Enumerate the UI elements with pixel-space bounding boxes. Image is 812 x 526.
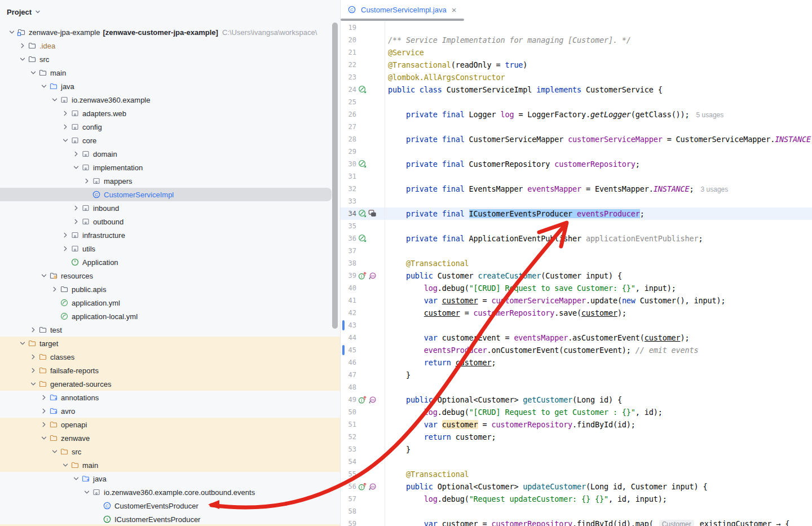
chevron-right-icon[interactable] bbox=[39, 419, 49, 430]
code-line-44[interactable]: var customerEvent = eventsMapper.asCusto… bbox=[388, 331, 812, 344]
code-line-38[interactable]: @Transactional bbox=[388, 257, 812, 269]
tree-item-domain[interactable]: domain bbox=[0, 147, 340, 161]
tree-item-application-local-yml[interactable]: application-local.yml bbox=[0, 310, 340, 323]
code-line-45[interactable]: eventsProducer.onCustomerEvent(customerE… bbox=[388, 344, 812, 356]
tree-item-io-zenwave360-example-core-outbound-events[interactable]: io.zenwave360.example.core.outbound.even… bbox=[0, 485, 340, 499]
line-number[interactable]: 47 bbox=[341, 369, 356, 381]
line-number[interactable]: 24 bbox=[341, 83, 356, 96]
project-panel-header[interactable]: Project bbox=[7, 6, 41, 18]
chevron-down-icon[interactable] bbox=[60, 135, 70, 145]
code-line-21[interactable]: @Service bbox=[388, 46, 812, 59]
chevron-right-icon[interactable] bbox=[71, 149, 81, 159]
code-line-20[interactable]: /** Service Implementation for managing … bbox=[388, 34, 812, 46]
close-icon[interactable]: × bbox=[452, 6, 457, 14]
chevron-down-icon[interactable] bbox=[39, 271, 49, 281]
line-number[interactable]: 58 bbox=[341, 505, 356, 518]
tree-item-generated-sources[interactable]: generated-sources bbox=[0, 377, 340, 391]
line-number[interactable]: 35 bbox=[341, 220, 356, 232]
tree-item-zenwave-jpa-example[interactable]: zenwave-jpa-example[zenwave-customer-jpa… bbox=[0, 25, 340, 39]
impl-gutter-icon[interactable]: I bbox=[358, 482, 367, 490]
bean-gutter-icon[interactable] bbox=[358, 85, 367, 94]
code-line-27[interactable] bbox=[388, 121, 812, 133]
line-number[interactable]: 42 bbox=[341, 307, 356, 319]
code-line-28[interactable]: private final CustomerServiceMapper cust… bbox=[388, 133, 812, 145]
line-number[interactable]: 31 bbox=[341, 170, 356, 183]
chevron-down-icon[interactable] bbox=[39, 433, 49, 443]
line-number[interactable]: 37 bbox=[341, 245, 356, 257]
chevron-down-icon[interactable] bbox=[28, 68, 38, 78]
tree-item-target[interactable]: target bbox=[0, 337, 340, 350]
code-line-31[interactable] bbox=[388, 170, 812, 183]
line-number[interactable]: 19 bbox=[341, 21, 356, 34]
tree-scrollbar[interactable] bbox=[332, 23, 338, 329]
chevron-right-icon[interactable] bbox=[82, 176, 92, 186]
code-line-39[interactable]: public Customer createCustomer(Customer … bbox=[388, 269, 812, 282]
code-line-30[interactable]: private final CustomerRepository custome… bbox=[388, 158, 812, 170]
aop-gutter-icon[interactable]: m bbox=[368, 395, 377, 404]
tree-item-customerserviceimpl[interactable]: CCustomerServiceImpl bbox=[0, 188, 340, 201]
chevron-down-icon[interactable] bbox=[39, 81, 49, 91]
chevron-down-icon[interactable] bbox=[71, 474, 81, 484]
line-number[interactable]: 44 bbox=[341, 331, 356, 344]
line-number[interactable]: 28 bbox=[341, 133, 356, 145]
chevron-down-icon[interactable] bbox=[82, 487, 92, 497]
line-number[interactable]: 52 bbox=[341, 431, 356, 443]
tree-item-java[interactable]: java bbox=[0, 79, 340, 93]
line-number[interactable]: 54 bbox=[341, 456, 356, 468]
line-number[interactable]: 27 bbox=[341, 121, 356, 133]
impl-gutter-icon[interactable]: I bbox=[358, 271, 367, 280]
line-number[interactable]: 34 bbox=[341, 207, 356, 220]
tree-item-inbound[interactable]: inbound bbox=[0, 201, 340, 215]
tree-item-openapi[interactable]: openapi bbox=[0, 418, 340, 431]
tree-item-src[interactable]: src bbox=[0, 52, 340, 66]
code-line-54[interactable] bbox=[388, 456, 812, 468]
line-number[interactable]: 40 bbox=[341, 282, 356, 294]
code-line-26[interactable]: private final Logger log = LoggerFactory… bbox=[388, 108, 812, 121]
code-line-41[interactable]: var customer = customerServiceMapper.upd… bbox=[388, 294, 812, 307]
tree-item-customereventsproducer[interactable]: CCustomerEventsProducer bbox=[0, 499, 340, 512]
line-number[interactable]: 36 bbox=[341, 232, 356, 245]
tree-item-idea[interactable]: .idea bbox=[0, 39, 340, 52]
code-line-35[interactable] bbox=[388, 220, 812, 232]
line-number[interactable]: 49 bbox=[341, 394, 356, 406]
tree-item-application-yml[interactable]: application.yml bbox=[0, 296, 340, 310]
chevron-down-icon[interactable] bbox=[50, 95, 60, 105]
code-line-57[interactable]: log.debug("Request updateCustomer: {} {}… bbox=[388, 493, 812, 505]
line-number[interactable]: 43 bbox=[341, 319, 356, 331]
chevron-down-icon[interactable] bbox=[60, 460, 70, 470]
bean-gutter-icon[interactable] bbox=[358, 209, 367, 218]
tree-item-annotations[interactable]: *annotations bbox=[0, 391, 340, 404]
tree-item-infrastructure[interactable]: infrastructure bbox=[0, 228, 340, 242]
code-line-32[interactable]: private final EventsMapper eventsMapper … bbox=[388, 183, 812, 195]
chevron-down-icon[interactable] bbox=[71, 162, 81, 173]
line-number[interactable]: 45 bbox=[341, 344, 356, 356]
tree-item-zenwave[interactable]: zenwave bbox=[0, 431, 340, 445]
line-number[interactable]: 51 bbox=[341, 418, 356, 431]
chevron-down-icon[interactable] bbox=[17, 54, 28, 64]
code-line-49[interactable]: public Optional<Customer> getCustomer(Lo… bbox=[388, 394, 812, 406]
tree-item-java[interactable]: *java bbox=[0, 472, 340, 485]
chevron-down-icon[interactable] bbox=[34, 8, 41, 15]
chevron-right-icon[interactable] bbox=[60, 244, 70, 254]
code-line-43[interactable] bbox=[388, 319, 812, 331]
tree-item-outbound[interactable]: outbound bbox=[0, 215, 340, 228]
line-number[interactable]: 59 bbox=[341, 518, 356, 526]
chevron-right-icon[interactable] bbox=[60, 230, 70, 240]
line-number[interactable]: 26 bbox=[341, 108, 356, 121]
impl-gutter-icon[interactable]: I bbox=[358, 395, 367, 404]
code-line-50[interactable]: log.debug("[CRUD] Request to get Custome… bbox=[388, 406, 812, 418]
tree-item-src[interactable]: src bbox=[0, 445, 340, 458]
line-number[interactable]: 56 bbox=[341, 480, 356, 493]
chevron-right-icon[interactable] bbox=[39, 392, 49, 403]
code-line-33[interactable] bbox=[388, 195, 812, 207]
line-number[interactable]: 50 bbox=[341, 406, 356, 418]
code-line-48[interactable] bbox=[388, 381, 812, 394]
line-number[interactable]: 57 bbox=[341, 493, 356, 505]
line-number[interactable]: 32 bbox=[341, 183, 356, 195]
code-line-53[interactable]: } bbox=[388, 443, 812, 456]
chevron-right-icon[interactable] bbox=[28, 352, 38, 362]
line-number[interactable]: 25 bbox=[341, 96, 356, 108]
line-number[interactable]: 29 bbox=[341, 145, 356, 158]
code-line-47[interactable]: } bbox=[388, 369, 812, 381]
tree-item-implementation[interactable]: implementation bbox=[0, 161, 340, 174]
